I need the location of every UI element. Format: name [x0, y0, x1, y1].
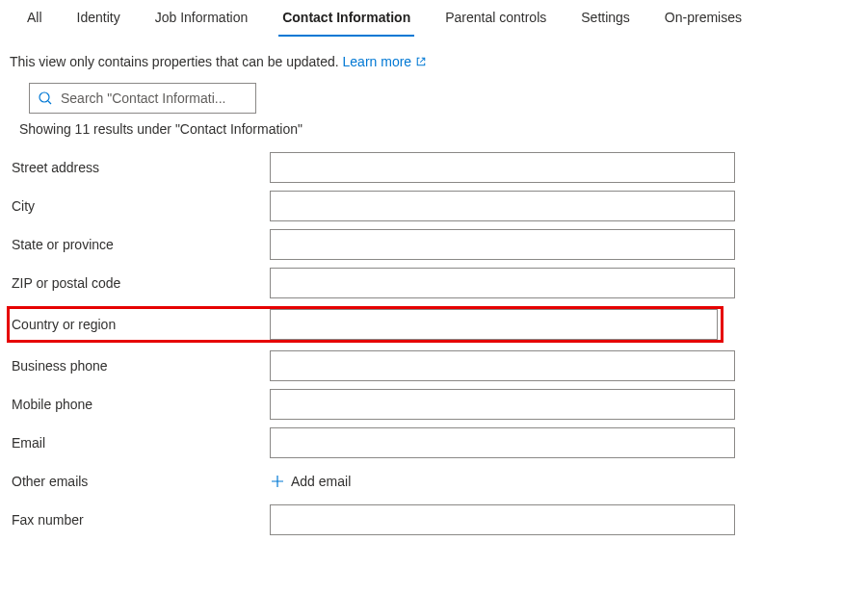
field-label-city: City [10, 198, 270, 214]
field-input-country[interactable] [270, 309, 718, 340]
field-input-state[interactable] [270, 229, 735, 260]
tab-settings[interactable]: Settings [564, 0, 647, 37]
field-input-bphone[interactable] [270, 350, 735, 381]
field-label-bphone: Business phone [10, 358, 270, 374]
field-label-mphone: Mobile phone [10, 397, 270, 412]
field-label-zip: ZIP or postal code [10, 275, 270, 291]
tab-contact[interactable]: Contact Information [265, 0, 428, 37]
search-input[interactable] [61, 90, 248, 106]
field-row-bphone: Business phone [10, 350, 858, 381]
plus-icon [270, 474, 285, 489]
field-input-email[interactable] [270, 427, 735, 458]
add-email-label: Add email [291, 474, 351, 489]
field-label-state: State or province [10, 237, 270, 252]
field-input-zip[interactable] [270, 268, 735, 298]
field-row-email: Email [10, 427, 858, 458]
search-wrap [10, 83, 858, 114]
form-rows: Street addressCityState or provinceZIP o… [10, 152, 858, 535]
field-row-mphone: Mobile phone [10, 389, 858, 420]
svg-point-0 [39, 92, 49, 102]
field-label-fax: Fax number [10, 512, 270, 528]
field-input-city[interactable] [270, 191, 735, 221]
field-input-fax[interactable] [270, 504, 735, 535]
field-row-state: State or province [10, 229, 858, 260]
field-label-email: Email [10, 435, 270, 451]
tab-bar: AllIdentityJob InformationContact Inform… [0, 0, 868, 37]
field-row-city: City [10, 191, 858, 221]
field-row-otheremails: Other emailsAdd email [10, 466, 858, 497]
add-email-button[interactable]: Add email [270, 474, 351, 489]
field-input-street[interactable] [270, 152, 735, 183]
field-row-street: Street address [10, 152, 858, 183]
field-row-zip: ZIP or postal code [10, 268, 858, 298]
search-box[interactable] [29, 83, 256, 114]
info-row: This view only contains properties that … [10, 54, 858, 69]
learn-more-label: Learn more [343, 54, 412, 69]
field-row-country: Country or region [7, 306, 723, 343]
search-icon [38, 90, 53, 106]
field-label-street: Street address [10, 160, 270, 175]
tab-job[interactable]: Job Information [138, 0, 266, 37]
external-link-icon [415, 56, 427, 67]
info-text: This view only contains properties that … [10, 54, 339, 69]
tab-all[interactable]: All [10, 0, 60, 37]
results-count: Showing 11 results under "Contact Inform… [10, 121, 858, 137]
field-row-fax: Fax number [10, 504, 858, 535]
field-label-country: Country or region [10, 317, 270, 332]
tab-parental[interactable]: Parental controls [428, 0, 564, 37]
content-area: This view only contains properties that … [0, 37, 868, 535]
tab-onprem[interactable]: On-premises [647, 0, 759, 37]
field-label-otheremails: Other emails [10, 474, 270, 489]
learn-more-link[interactable]: Learn more [343, 54, 428, 69]
tab-identity[interactable]: Identity [60, 0, 138, 37]
field-input-mphone[interactable] [270, 389, 735, 420]
